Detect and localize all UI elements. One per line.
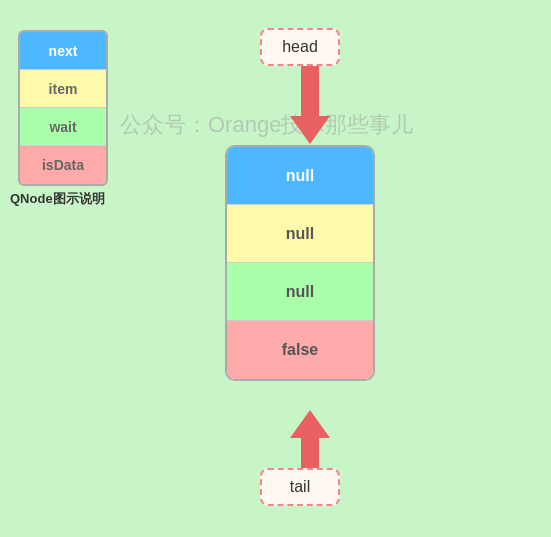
legend-caption: QNode图示说明 [10,190,105,208]
arrow-head-down [290,116,330,144]
qnode-wait-label: null [286,283,314,301]
qnode-wait-row: null [227,263,373,321]
legend-item-row: item [20,70,106,108]
qnode-isdata-row: false [227,321,373,379]
legend-wait-label: wait [49,119,76,135]
qnode-block: null null null false [225,145,375,381]
head-text: head [282,38,318,56]
qnode-item-row: null [227,205,373,263]
legend-item-label: item [49,81,78,97]
legend-wait-row: wait [20,108,106,146]
arrow-down [290,66,330,144]
watermark: 公众号：Orange技术那些事儿 [120,110,413,140]
legend-box: next item wait isData [18,30,108,186]
qnode-next-label: null [286,167,314,185]
legend-next-row: next [20,32,106,70]
qnode-next-row: null [227,147,373,205]
legend-isdata-label: isData [42,157,84,173]
legend-isdata-row: isData [20,146,106,184]
tail-label: tail [260,468,340,506]
qnode-isdata-label: false [282,341,318,359]
head-label: head [260,28,340,66]
arrow-shaft-down [301,66,319,116]
qnode-item-label: null [286,225,314,243]
legend-next-label: next [49,43,78,59]
tail-text: tail [290,478,310,496]
arrow-head-up [290,410,330,438]
